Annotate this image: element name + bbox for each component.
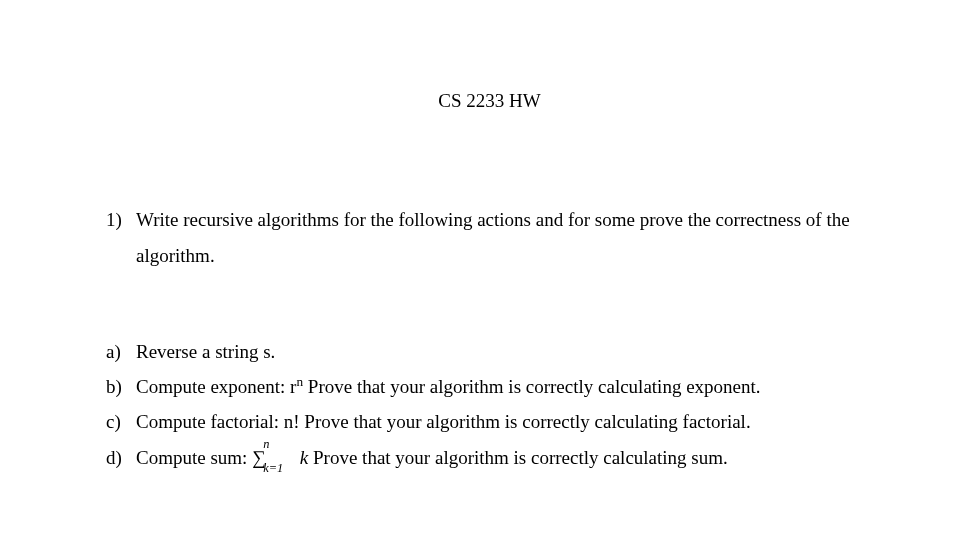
sub-text: Compute factorial: n! Prove that your al… [136,404,879,439]
sub-label: c) [100,404,136,439]
page-title: CS 2233 HW [100,90,879,112]
sub-label: d) [100,440,136,475]
sub-text-prefix: Compute exponent: r [136,376,296,397]
sub-text-content: Reverse a string s. [136,341,275,362]
question-number: 1) [100,202,136,274]
document-page: CS 2233 HW 1) Write recursive algorithms… [0,0,979,515]
sub-text: Compute sum: ∑nk=1k Prove that your algo… [136,440,879,475]
sub-item-a: a) Reverse a string s. [100,334,879,369]
sigma-upper: n [263,433,269,456]
sub-list: a) Reverse a string s. b) Compute expone… [100,334,879,475]
sub-text-rest: Prove that your algorithm is correctly c… [303,376,760,397]
sigma-expression: ∑nk=1 [252,440,266,475]
question-block: 1) Write recursive algorithms for the fo… [100,202,879,274]
sub-label: b) [100,369,136,404]
sub-text-content: Compute factorial: n! Prove that your al… [136,411,751,432]
question-text: Write recursive algorithms for the follo… [136,202,879,274]
sub-item-c: c) Compute factorial: n! Prove that your… [100,404,879,439]
question-item: 1) Write recursive algorithms for the fo… [100,202,879,274]
sub-label: a) [100,334,136,369]
sub-text: Reverse a string s. [136,334,879,369]
sub-item-d: d) Compute sum: ∑nk=1k Prove that your a… [100,440,879,475]
sigma-lower: k=1 [263,457,283,480]
sub-text-prefix: Compute sum: [136,447,252,468]
sub-text: Compute exponent: rn Prove that your alg… [136,369,879,404]
sub-item-b: b) Compute exponent: rn Prove that your … [100,369,879,404]
sub-text-rest: Prove that your algorithm is correctly c… [308,447,727,468]
